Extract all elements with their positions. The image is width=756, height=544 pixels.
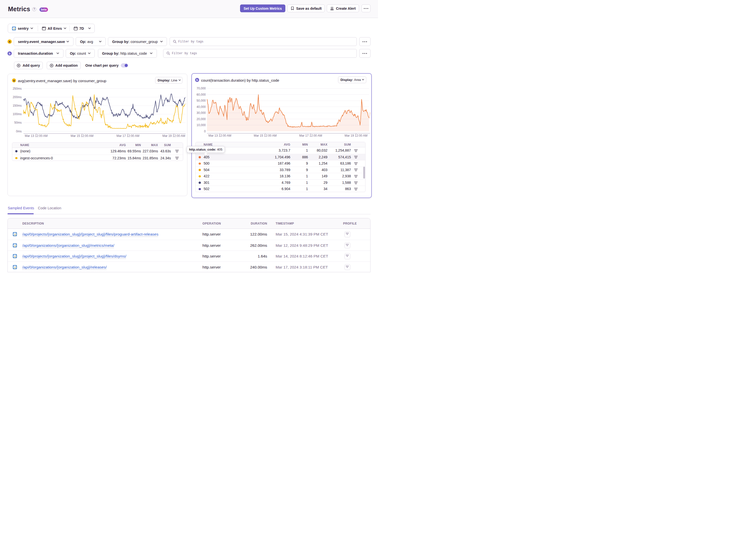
svg-text:250ms: 250ms — [13, 87, 22, 90]
svg-text:0: 0 — [204, 130, 206, 133]
svg-text:10,000: 10,000 — [196, 123, 206, 127]
svg-text:70,000: 70,000 — [196, 87, 206, 90]
svg-text:40,000: 40,000 — [196, 105, 206, 109]
svg-text:50ms: 50ms — [14, 121, 21, 124]
svg-text:Mar 19 12:00 AM: Mar 19 12:00 AM — [162, 134, 185, 138]
svg-text:100ms: 100ms — [13, 112, 22, 116]
svg-text:Mar 15 12:00 AM: Mar 15 12:00 AM — [254, 134, 276, 137]
svg-text:Mar 17 12:00 AM: Mar 17 12:00 AM — [299, 134, 322, 137]
svg-text:50,000: 50,000 — [196, 99, 206, 102]
svg-text:30,000: 30,000 — [196, 111, 206, 115]
svg-text:60,000: 60,000 — [196, 93, 206, 96]
svg-text:200ms: 200ms — [13, 95, 22, 99]
svg-text:Mar 19 12:00 AM: Mar 19 12:00 AM — [345, 134, 367, 137]
svg-text:Mar 13 12:00 AM: Mar 13 12:00 AM — [25, 134, 47, 138]
svg-text:Mar 17 12:00 AM: Mar 17 12:00 AM — [116, 134, 139, 138]
svg-text:Mar 15 12:00 AM: Mar 15 12:00 AM — [71, 134, 93, 138]
svg-text:20,000: 20,000 — [196, 117, 206, 121]
svg-text:150ms: 150ms — [13, 104, 22, 107]
svg-text:0ms: 0ms — [16, 130, 22, 133]
svg-text:Mar 13 12:00 AM: Mar 13 12:00 AM — [208, 134, 231, 137]
